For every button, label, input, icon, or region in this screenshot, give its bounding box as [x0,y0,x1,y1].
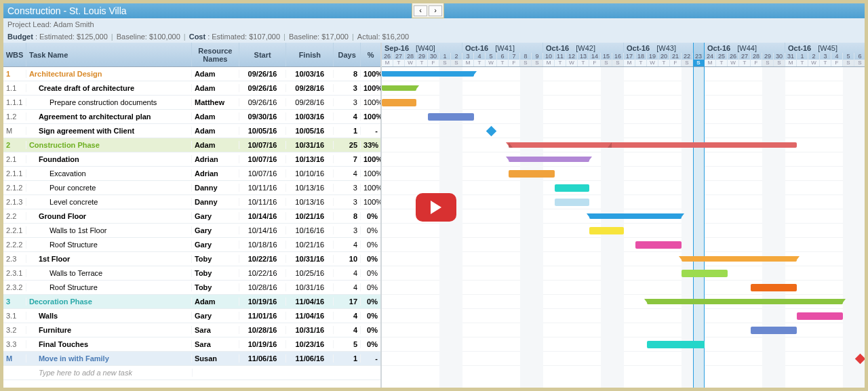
timeline-daynum[interactable]: 2 [451,53,462,60]
col-days[interactable]: Days [334,43,361,66]
timeline-daynum[interactable]: 31 [785,53,797,60]
table-row[interactable]: 1.1Create draft of architectureAdam09/26… [3,81,380,96]
table-row[interactable]: 1.1.1Prepare construction documentsMatth… [3,96,380,110]
cell-days[interactable]: 17 [334,297,361,306]
cell-resource[interactable]: Adam [192,297,239,306]
cell-days[interactable]: 8 [334,212,361,220]
cell-start[interactable]: 10/19/16 [239,340,287,348]
table-row[interactable]: 2.31st FloorToby10/22/1610/31/16100% [3,252,380,266]
cell-pct[interactable]: 0% [361,326,380,334]
cell-days[interactable]: 5 [334,340,361,348]
cell-taskname[interactable]: Move in with Family [26,354,192,363]
cell-days[interactable]: 3 [334,84,361,92]
cell-taskname[interactable]: Pour concrete [26,184,192,192]
cell-start[interactable]: 09/26/16 [239,84,287,92]
cell-resource[interactable]: Sara [192,340,239,348]
cell-taskname[interactable]: Level concrete [26,198,192,206]
cell-resource[interactable]: Matthew [192,98,239,106]
cell-days[interactable]: 3 [334,98,361,106]
timeline-daynum[interactable]: 28 [405,53,416,60]
timeline-daynum[interactable]: 19 [647,53,658,60]
gantt-bar[interactable] [589,213,682,219]
cell-finish[interactable]: 10/13/16 [286,184,334,192]
timeline-daynum[interactable]: 18 [635,53,647,60]
cell-start[interactable]: 09/26/16 [239,98,287,106]
cell-start[interactable]: 10/14/16 [239,212,287,220]
cell-start[interactable]: 09/30/16 [239,112,287,121]
cell-start[interactable]: 10/22/16 [239,269,287,277]
col-start[interactable]: Start [239,43,287,66]
table-row[interactable]: 2.3.1Walls to TerraceToby10/22/1610/25/1… [3,266,380,281]
gantt-bar[interactable] [382,71,474,77]
timeline-daynum[interactable]: 2 [808,53,820,60]
cell-start[interactable]: 10/19/16 [239,297,287,306]
gantt-bar[interactable] [509,142,797,148]
cell-resource[interactable]: Gary [192,212,239,220]
timeline-daynum[interactable]: 24 [705,53,716,60]
cell-finish[interactable]: 11/04/16 [286,312,334,320]
gantt-bar[interactable] [382,99,416,106]
table-row[interactable]: 3.2FurnitureSara10/28/1610/31/1640% [3,323,380,337]
cell-start[interactable]: 10/11/16 [239,184,287,192]
gantt-bar[interactable] [382,85,416,91]
timeline-daynum[interactable]: 5 [486,53,497,60]
cell-taskname[interactable]: Create draft of architecture [26,84,192,92]
cell-pct[interactable]: - [361,354,380,363]
table-row[interactable]: 2.1.2Pour concreteDanny10/11/1610/13/163… [3,181,380,195]
timeline-daynum[interactable]: 29 [762,53,774,60]
cell-finish[interactable]: 10/03/16 [286,112,334,121]
table-row[interactable]: 2.1.1ExcavationAdrian10/07/1610/10/16410… [3,167,380,181]
cell-days[interactable]: 4 [334,283,361,291]
cell-start[interactable]: 10/05/16 [239,127,287,135]
cell-taskname[interactable]: Roof Structure [26,283,192,291]
cell-taskname[interactable]: Foundation [26,155,192,163]
cell-resource[interactable]: Adrian [192,155,239,163]
cell-finish[interactable]: 10/21/16 [286,212,334,220]
cell-taskname[interactable]: Walls to 1st Floor [26,226,192,234]
cell-finish[interactable]: 09/28/16 [286,98,334,106]
timeline-daynum[interactable]: 14 [589,53,601,60]
cell-pct[interactable]: 0% [361,241,380,249]
cell-pct[interactable]: 0% [361,312,380,320]
cell-taskname[interactable]: 1st Floor [26,255,192,263]
table-row[interactable]: MMove in with FamilySusan11/06/1611/06/1… [3,352,380,366]
cell-start[interactable]: 11/06/16 [239,354,287,363]
cell-resource[interactable]: Danny [192,184,239,192]
cell-days[interactable]: 8 [334,70,361,78]
cell-finish[interactable]: 10/13/16 [286,198,334,206]
timeline-week[interactable]: Oct-16[W45] [785,43,865,53]
timeline-daynum[interactable]: 26 [382,53,393,60]
col-wbs[interactable]: WBS [3,43,26,66]
table-row[interactable]: MSign agreement with ClientAdam10/05/161… [3,124,380,138]
table-row[interactable]: 2.2Ground FloorGary10/14/1610/21/1680% [3,209,380,224]
timeline-daynum[interactable]: 25 [716,53,728,60]
cell-finish[interactable]: 11/04/16 [286,297,334,306]
cell-taskname[interactable]: Ground Floor [26,212,192,220]
timeline-daynum[interactable]: 7 [509,53,520,60]
cell-resource[interactable]: Adam [192,127,239,135]
cell-days[interactable]: 25 [334,141,361,149]
nav-fwd-button[interactable]: › [429,5,442,16]
cell-resource[interactable]: Sara [192,326,239,334]
cell-finish[interactable]: 10/10/16 [286,169,334,178]
table-row[interactable]: 2.2.1Walls to 1st FloorGary10/14/1610/16… [3,224,380,238]
cell-days[interactable]: 3 [334,184,361,192]
cell-start[interactable]: 10/14/16 [239,226,287,234]
cell-finish[interactable]: 09/28/16 [286,84,334,92]
timeline-daynum[interactable]: 21 [670,53,682,60]
cell-start[interactable]: 10/28/16 [239,283,287,291]
cell-taskname[interactable]: Sign agreement with Client [26,127,192,135]
cell-resource[interactable]: Adam [192,141,239,149]
add-task-row[interactable]: Type here to add a new task [3,366,380,380]
cell-days[interactable]: 10 [334,255,361,263]
timeline-daynum[interactable]: 5 [843,53,854,60]
cell-resource[interactable]: Danny [192,198,239,206]
timeline-daynum[interactable]: 6 [854,53,865,60]
add-task-placeholder[interactable]: Type here to add a new task [26,369,193,377]
cell-finish[interactable]: 10/23/16 [286,340,334,348]
cell-finish[interactable]: 11/06/16 [286,354,334,363]
nav-back-button[interactable]: ‹ [414,5,427,16]
cell-resource[interactable]: Adam [192,112,239,121]
col-taskname[interactable]: Task Name [26,43,192,66]
table-row[interactable]: 2Construction PhaseAdam10/07/1610/31/162… [3,138,380,152]
